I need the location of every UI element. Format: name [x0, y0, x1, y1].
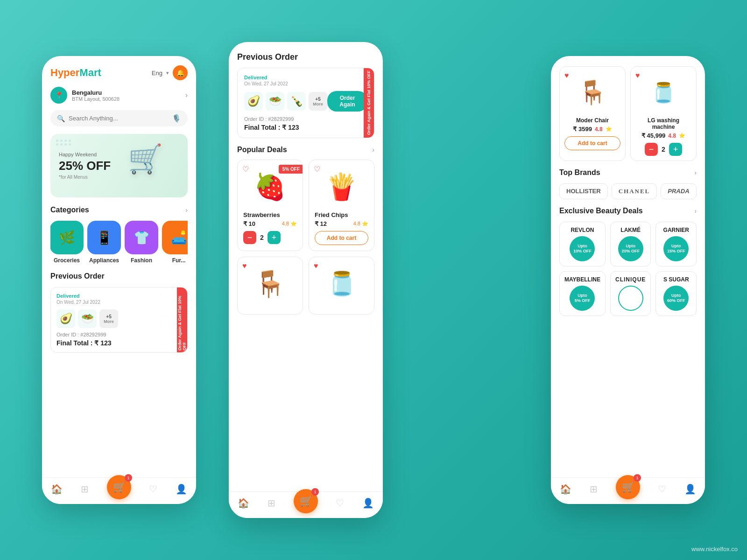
clinique-name: CLINIQUE: [615, 276, 646, 283]
washer-img-right: 🫙: [635, 71, 691, 113]
order-item-salad: 🥗: [78, 309, 97, 328]
chips-price-row: ₹ 12 4.8 ⭐: [315, 220, 368, 227]
mic-icon[interactable]: 🎙️: [172, 114, 181, 123]
notification-bell[interactable]: 🔔: [173, 65, 188, 80]
discount-badge: 5% OFF: [279, 165, 303, 174]
qty-number: 2: [260, 234, 264, 241]
logo-hyper: Hyper: [50, 67, 79, 78]
beauty-maybelline[interactable]: MAYBELLINE Upto5% OFF: [559, 271, 606, 316]
order-again-button[interactable]: Order Again: [327, 91, 367, 112]
nav-home-icon[interactable]: 🏠: [51, 483, 63, 495]
brands-section-header: Top Brands ›: [559, 168, 697, 177]
search-input[interactable]: [69, 115, 168, 122]
heart-washer-right[interactable]: ♥: [635, 71, 640, 80]
beauty-lakme[interactable]: LAKMÉ Upto20% OFF: [610, 222, 651, 266]
groceries-label: Groceries: [54, 257, 80, 264]
beauty-title: Exclusive Beauty Deals: [559, 207, 643, 215]
prev-order-items: 🥑 🥗 🍾 +5More: [244, 92, 327, 111]
search-bar[interactable]: 🔍 🎙️: [50, 110, 188, 126]
popular-deals-title: Popular Deals: [237, 146, 287, 154]
cart-fab-right[interactable]: 🛒 1: [616, 475, 640, 499]
prev-order-total: Final Total : ₹ 123: [244, 124, 367, 131]
cart-badge-right: 1: [634, 474, 641, 482]
washer-price-row: ₹ 45,999 4.8 ⭐: [635, 132, 691, 139]
deal-chips: ♡ 🍟 Fried Chips ₹ 12 4.8 ⭐ Add to cart: [309, 160, 374, 251]
chips-price: ₹ 12: [315, 220, 327, 227]
heart-washer[interactable]: ♥: [314, 262, 318, 270]
nav-profile-middle[interactable]: 👤: [362, 497, 374, 509]
beauty-revlon[interactable]: REVLON Upto10% OFF: [559, 222, 606, 266]
nav-home-right[interactable]: 🏠: [560, 483, 571, 495]
appliances-icon-box: 📱: [87, 221, 121, 254]
banner-image: 🛒: [128, 142, 179, 189]
cart-fab[interactable]: 🛒 1: [107, 475, 131, 499]
banner-text: Happy Weekend 25% OFF *for All Menus: [59, 152, 111, 180]
nav-profile-icon[interactable]: 👤: [176, 483, 187, 495]
bottom-nav-right: 🏠 ⊞ ♡ 👤 🛒 1: [551, 477, 705, 504]
product-chair: ♥ 🪑 Moder Chair ₹ 3599 4.8 ⭐ Add to cart: [559, 66, 626, 161]
header-right: Eng ▾ 🔔: [152, 65, 188, 80]
appliances-label: Appliances: [89, 257, 119, 264]
prev-order-section-header: Previous Order: [50, 272, 188, 280]
brands-see-all[interactable]: ›: [694, 169, 697, 176]
top-brands-section: Top Brands › HOLLISTER CHANEL PRADA GI..…: [559, 168, 697, 199]
nav-grid-right[interactable]: ⊞: [590, 483, 598, 495]
prev-order-date: On Wed, 27 Jul 2022: [244, 81, 367, 86]
nav-heart-icon[interactable]: ♡: [149, 483, 157, 495]
categories-see-all[interactable]: ›: [185, 206, 188, 214]
beauty-see-all[interactable]: ›: [694, 207, 697, 215]
chair-star: ⭐: [606, 126, 612, 132]
brand-hollister[interactable]: HOLLISTER: [559, 183, 608, 199]
nav-profile-right[interactable]: 👤: [684, 483, 696, 495]
order-more: +5More: [99, 309, 118, 328]
top-brands-title: Top Brands: [559, 168, 600, 177]
prev-order-title: Previous Order: [50, 272, 105, 280]
city-name: Bengaluru: [72, 89, 181, 96]
sugar-offer: Upto60% OFF: [663, 286, 689, 311]
washer-plus-button[interactable]: +: [669, 143, 682, 156]
bottom-nav: 🏠 ⊞ ♡ 👤 🛒 1: [42, 477, 196, 504]
plus-button[interactable]: +: [268, 231, 281, 244]
cart-fab-middle[interactable]: 🛒 1: [294, 489, 318, 513]
beauty-garnier[interactable]: GARNIER Upto15% OFF: [655, 222, 697, 266]
chips-img: 🍟: [315, 166, 368, 208]
phone-left: HyperMart Eng ▾ 🔔 📍 Bengaluru BTM Layout…: [42, 56, 196, 504]
minus-button[interactable]: −: [243, 231, 256, 244]
garnier-offer: Upto15% OFF: [663, 236, 689, 261]
add-to-cart-chair[interactable]: Add to cart: [564, 136, 620, 150]
category-fashion[interactable]: 👕 Fashion: [125, 221, 158, 264]
chair-rating: 4.8: [595, 126, 603, 133]
beauty-sugar[interactable]: S SUGAR Upto60% OFF: [655, 271, 697, 316]
location-bar[interactable]: 📍 Bengaluru BTM Layout, 500628 ›: [50, 87, 188, 104]
nav-grid-middle[interactable]: ⊞: [268, 497, 275, 509]
chair-img-right: 🪑: [564, 71, 620, 113]
language-selector[interactable]: Eng: [152, 70, 162, 77]
prev-order-section-title: Previous Order: [237, 52, 374, 62]
banner-dots: [56, 140, 71, 146]
beauty-clinique[interactable]: CLINIQUE: [610, 271, 651, 316]
category-furniture[interactable]: 🛋️ Fur...: [162, 221, 188, 264]
nav-grid-icon[interactable]: ⊞: [81, 483, 89, 495]
washer-minus-button[interactable]: −: [645, 143, 658, 156]
category-appliances[interactable]: 📱 Appliances: [88, 221, 120, 264]
category-groceries[interactable]: 🌿 Groceries: [50, 221, 83, 264]
heart-chair[interactable]: ♥: [242, 262, 247, 270]
phone-middle: Previous Order Delivered On Wed, 27 Jul …: [229, 42, 383, 518]
popular-deals-see-all[interactable]: ›: [372, 146, 374, 154]
add-to-cart-chips[interactable]: Add to cart: [315, 231, 368, 245]
heart-chips[interactable]: ♡: [314, 165, 320, 174]
prev-order-section: Previous Order Delivered On Wed, 27 Jul …: [237, 52, 374, 138]
prev-order-status: Delivered: [244, 75, 367, 80]
beauty-grid: REVLON Upto10% OFF LAKMÉ Upto20% OFF GAR…: [559, 222, 697, 316]
nav-home-middle[interactable]: 🏠: [238, 497, 249, 509]
chair-price: ₹ 3599: [573, 126, 592, 133]
nav-heart-middle[interactable]: ♡: [336, 497, 344, 509]
washer-img: 🫙: [315, 263, 368, 305]
prev-order-more: +5More: [309, 92, 327, 111]
heart-strawberries[interactable]: ♡: [242, 165, 249, 174]
brand-prada[interactable]: PRADA: [661, 183, 696, 199]
heart-chair-right[interactable]: ♥: [564, 71, 569, 80]
nav-heart-right[interactable]: ♡: [658, 483, 666, 495]
revlon-offer: Upto10% OFF: [570, 236, 595, 261]
brand-chanel[interactable]: CHANEL: [612, 183, 657, 199]
